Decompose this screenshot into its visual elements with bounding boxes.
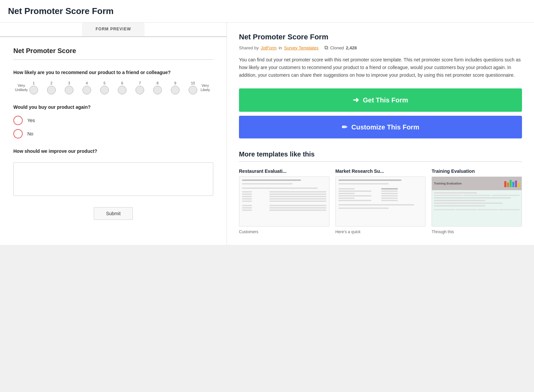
more-templates-title: More templates like this <box>239 150 522 158</box>
rating-radio-2[interactable] <box>47 86 56 94</box>
customize-form-icon: ✏ <box>342 123 347 131</box>
rating-number-3: 3 <box>68 81 70 85</box>
form-preview-content: Net Promoter Score How likely are you to… <box>0 37 227 233</box>
rating-item-10[interactable]: 10 <box>189 81 197 94</box>
rating-label-right: Very Likely <box>197 83 213 92</box>
cloned-prefix: Cloned <box>330 45 344 50</box>
question-1-label: How likely are you to recommend our prod… <box>13 70 213 75</box>
rating-item-8[interactable]: 8 <box>153 81 162 94</box>
submit-button[interactable]: Submit <box>94 207 133 220</box>
radio-label-no: No <box>27 131 33 136</box>
form-section-title-block: Net Promoter Score <box>13 47 213 60</box>
main-container: FORM PREVIEW Net Promoter Score How like… <box>0 23 534 245</box>
rating-radio-9[interactable] <box>171 86 180 94</box>
templates-grid: Restaurant Evaluati... <box>239 168 522 235</box>
form-preview-tab: FORM PREVIEW <box>0 23 227 37</box>
rating-item-1[interactable]: 1 <box>29 81 38 94</box>
customize-form-label: Customize This Form <box>351 123 419 131</box>
training-card-header: Training Evaluation <box>432 177 522 190</box>
template-title-restaurant: Restaurant Evaluati... <box>239 168 329 174</box>
rating-item-9[interactable]: 9 <box>171 81 180 94</box>
rating-number-4: 4 <box>86 81 88 85</box>
rating-radio-1[interactable] <box>29 86 38 94</box>
template-desc-restaurant: Customers <box>239 229 329 235</box>
question-2-label: Would you buy our product again? <box>13 104 213 110</box>
get-this-form-button[interactable]: ➜ Get This Form <box>239 88 522 112</box>
template-desc-training: Through this <box>432 229 522 235</box>
submit-container: Submit <box>13 207 213 220</box>
radio-group-q2: Yes No <box>13 116 213 138</box>
form-section-q2: Would you buy our product again? Yes No <box>13 104 213 138</box>
radio-item-yes[interactable]: Yes <box>13 116 213 125</box>
form-preview-panel: FORM PREVIEW Net Promoter Score How like… <box>0 23 227 245</box>
rating-item-3[interactable]: 3 <box>65 81 73 94</box>
category-link[interactable]: Survey Templates <box>284 45 318 50</box>
template-img-market <box>335 176 426 227</box>
rating-items: 1 2 3 4 5 6 7 8 9 10 <box>29 81 197 94</box>
rating-item-7[interactable]: 7 <box>136 81 144 94</box>
rating-number-2: 2 <box>50 81 52 85</box>
radio-circle-no[interactable] <box>13 129 23 138</box>
in-text: in <box>279 45 282 50</box>
shared-by-prefix: Shared by <box>239 45 259 50</box>
template-desc-market: Here's a quick <box>335 229 426 235</box>
template-card-restaurant[interactable]: Restaurant Evaluati... <box>239 168 329 235</box>
radio-label-yes: Yes <box>27 118 35 123</box>
form-section-title: Net Promoter Score <box>13 47 213 55</box>
template-card-market[interactable]: Market Research Su... <box>335 168 426 235</box>
rating-item-5[interactable]: 5 <box>100 81 109 94</box>
form-description: You can find out your net promoter score… <box>239 56 522 79</box>
rating-radio-5[interactable] <box>100 86 109 94</box>
rating-number-10: 10 <box>191 81 195 85</box>
customize-this-form-button[interactable]: ✏ Customize This Form <box>239 116 522 138</box>
get-form-icon: ➜ <box>353 96 359 104</box>
template-img-restaurant <box>239 176 329 227</box>
template-title-market: Market Research Su... <box>335 168 426 174</box>
rating-number-9: 9 <box>174 81 176 85</box>
form-section-q3: How should we improve our product? <box>13 148 213 197</box>
rating-label-left: Very Unlikely <box>13 83 29 92</box>
rating-radio-4[interactable] <box>82 86 91 94</box>
radio-item-no[interactable]: No <box>13 129 213 138</box>
page-header: Net Promoter Score Form <box>0 0 534 23</box>
page-title: Net Promoter Score Form <box>8 6 526 16</box>
restaurant-placeholder <box>239 177 329 226</box>
rating-radio-6[interactable] <box>118 86 126 94</box>
rating-radio-10[interactable] <box>189 86 197 94</box>
shared-by-row: Shared by JotForm in Survey Templates <box>239 45 318 50</box>
rating-number-8: 8 <box>157 81 159 85</box>
form-meta: Shared by JotForm in Survey Templates ⧉ … <box>239 45 522 51</box>
rating-number-5: 5 <box>103 81 105 85</box>
form-divider-1 <box>13 59 213 60</box>
rating-radio-3[interactable] <box>65 86 73 94</box>
form-section-q1: How likely are you to recommend our prod… <box>13 70 213 94</box>
question-3-label: How should we improve our product? <box>13 148 213 154</box>
tab-form-preview[interactable]: FORM PREVIEW <box>82 23 144 36</box>
template-img-training: Training Evaluation <box>432 176 522 227</box>
market-placeholder <box>336 177 426 226</box>
get-form-label: Get This Form <box>363 96 408 104</box>
rating-item-6[interactable]: 6 <box>118 81 126 94</box>
template-title-training: Training Evaluation <box>432 168 522 174</box>
form-info-title: Net Promoter Score Form <box>239 33 522 41</box>
rating-item-2[interactable]: 2 <box>47 81 56 94</box>
rating-item-4[interactable]: 4 <box>82 81 91 94</box>
improve-textarea[interactable] <box>13 162 213 196</box>
author-link[interactable]: JotForm <box>261 45 277 50</box>
rating-radio-7[interactable] <box>136 86 144 94</box>
rating-number-6: 6 <box>121 81 123 85</box>
clone-icon: ⧉ <box>324 45 328 51</box>
rating-scale: Very Unlikely 1 2 3 4 5 6 7 8 <box>13 81 213 94</box>
template-card-training[interactable]: Training Evaluation Training Evaluation <box>432 168 522 235</box>
cloned-count: 2,428 <box>346 45 357 50</box>
radio-circle-yes[interactable] <box>13 116 23 125</box>
rating-radio-8[interactable] <box>153 86 162 94</box>
cloned-badge: ⧉ Cloned 2,428 <box>324 45 357 51</box>
right-panel: Net Promoter Score Form Shared by JotFor… <box>227 23 534 245</box>
training-card-bars <box>504 180 520 187</box>
rating-number-7: 7 <box>139 81 141 85</box>
more-templates-divider <box>239 161 522 162</box>
rating-number-1: 1 <box>33 81 35 85</box>
